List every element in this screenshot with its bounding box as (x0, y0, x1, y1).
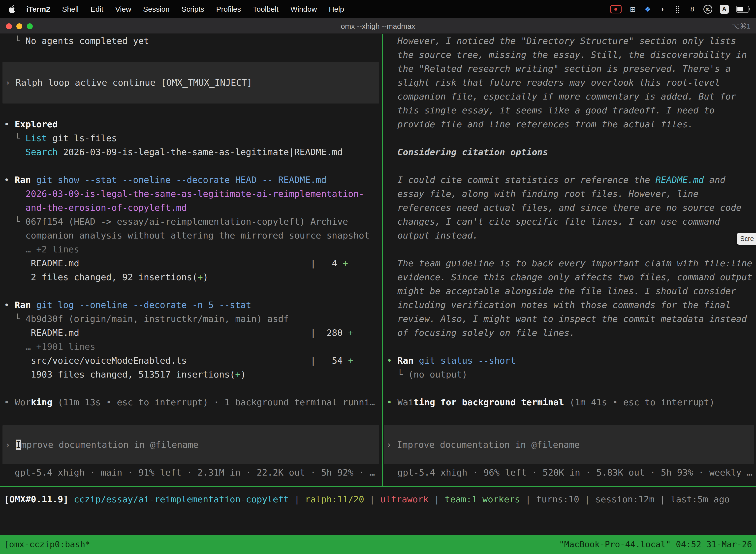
text-segment: team:1 workers (445, 494, 520, 504)
menu-item-edit[interactable]: Edit (84, 0, 109, 18)
terminal-line: companion analysis without altering the … (0, 229, 382, 242)
menu-item-profiles[interactable]: Profiles (210, 0, 247, 18)
battery-tip (749, 8, 750, 10)
text-segment: ralph:11/20 (305, 494, 364, 504)
text-segment: + (235, 369, 241, 380)
text-segment: › (5, 77, 16, 88)
text-segment: evidence. Since this change only affects… (387, 272, 752, 282)
window-manager-icon[interactable]: ⊞ (629, 5, 636, 13)
text-segment: • Wor (4, 397, 31, 407)
screen-share-tooltip[interactable]: Scre (737, 233, 756, 245)
screen-recording-indicator-icon[interactable] (610, 5, 622, 13)
text-segment: changes, I can't cite specific file line… (387, 216, 720, 227)
text-segment: essay file, along with finding root file… (387, 189, 698, 199)
terminal-line: However, I noticed the "Directory Struct… (383, 34, 756, 48)
text-segment: Improve documentation in @filename (397, 440, 580, 450)
text-segment: git status --short (419, 355, 516, 366)
pane-bottom-border (0, 486, 756, 487)
terminal-line (383, 131, 756, 145)
terminal-line: 1903 files changed, 513517 insertions(+) (0, 368, 382, 382)
terminal-line: slight risk that future readers may over… (383, 76, 756, 90)
tmux-session-window[interactable]: [omx-cczip0:bash* (4, 539, 90, 549)
text-segment: might be acceptable alongside the file l… (387, 286, 736, 296)
terminal-line: • Explored (0, 117, 382, 131)
gauge-value: 61 (706, 7, 710, 11)
menu-item-session[interactable]: Session (137, 0, 176, 18)
right-pane[interactable]: However, I noticed the "Directory Struct… (383, 34, 756, 486)
terminal-line: … +2 lines (0, 242, 382, 257)
terminal-line (383, 242, 756, 257)
menu-item-help[interactable]: Help (323, 0, 350, 18)
menu-item-view[interactable]: View (109, 0, 137, 18)
text-segment: ) (203, 272, 208, 282)
terminal-line: └ 4b9d30f (origin/main, instructkr/main,… (0, 312, 382, 326)
terminal-line: › Ralph loop active continue [OMX_TMUX_I… (2, 76, 379, 90)
gauge-icon[interactable]: 61 (703, 5, 712, 14)
text-segment: Explored (15, 119, 58, 129)
text-segment: cczip/essay/ai-reimplementation-copyleft (74, 494, 289, 504)
title-bar[interactable]: omx --xhigh --madmax ⌥⌘1 (0, 18, 756, 34)
right-prompt-input[interactable]: › Improve documentation in @filename (384, 425, 754, 464)
text-segment: Ran (15, 300, 31, 310)
app-grid-icon[interactable]: ⣿ (674, 5, 681, 13)
terminal-line: the source tree, missing the essay. Stil… (383, 48, 756, 62)
text-segment: I (16, 440, 21, 450)
text-segment: mprove documentation in @filename (21, 440, 198, 450)
terminal-line: Considering citation options (383, 145, 756, 159)
text-segment: List (25, 133, 47, 143)
text-segment (414, 355, 419, 366)
text-segment: the "Related research writing" section i… (387, 63, 731, 74)
terminal-line: › Improve documentation in @filename (2, 438, 379, 452)
text-segment: git show --stat --oneline --decorate HEA… (36, 175, 326, 185)
launcher-icon[interactable]: ❖ (644, 5, 651, 13)
terminal-line: changes, I can't cite specific file line… (383, 215, 756, 229)
window-title: omx --xhigh --madmax (0, 18, 756, 34)
menu-item-toolbelt[interactable]: Toolbelt (247, 0, 285, 18)
text-segment: ) (241, 369, 246, 380)
text-segment: • (4, 175, 15, 185)
text-segment: • (387, 355, 397, 366)
text-segment: + (197, 272, 203, 282)
left-pane-scrollback: └ No agents completed yet (0, 34, 382, 48)
menu-item-window[interactable]: Window (285, 0, 323, 18)
text-segment: | turns:10 | session:12m | last:5m ago (520, 494, 730, 504)
text-segment: companion file, especially if more comme… (387, 91, 736, 102)
text-segment: slight risk that future readers may over… (387, 77, 720, 88)
left-pane[interactable]: └ No agents completed yet › Ralph loop a… (0, 34, 382, 486)
text-segment: Ran (397, 355, 414, 366)
menu-item-shell[interactable]: Shell (56, 0, 84, 18)
left-status-line: gpt-5.4 xhigh · main · 91% left · 2.31M … (0, 466, 382, 480)
text-segment: review. Also, I might want to inspect th… (387, 314, 747, 324)
text-segment: README.md | 280 (4, 328, 348, 338)
text-segment: src/voice/voiceModeEnabled.ts | 54 (4, 355, 348, 366)
left-prompt-input[interactable]: › Improve documentation in @filename (2, 425, 379, 464)
input-source-icon[interactable]: A (720, 5, 729, 14)
terminal-line: README.md | 280 + (0, 326, 382, 340)
terminal-line: … +1901 lines (0, 340, 382, 354)
text-segment: README.md | 4 (4, 258, 342, 268)
text-segment: Search (25, 147, 58, 157)
text-segment: | (289, 494, 305, 504)
battery-icon[interactable] (736, 6, 749, 13)
text-segment: king (31, 397, 52, 407)
text-segment (68, 494, 74, 504)
disc-icon[interactable]: ◗ (659, 5, 666, 13)
apple-menu-icon[interactable] (8, 4, 17, 14)
text-segment: └ (4, 36, 25, 46)
stat-8-icon[interactable]: 8 (689, 5, 696, 13)
text-segment: provide file and line references from th… (387, 119, 693, 129)
text-segment: └ (no output) (387, 369, 467, 380)
text-segment: git log --oneline --decorate -n 5 --stat (36, 300, 251, 310)
menu-item-scripts[interactable]: Scripts (176, 0, 210, 18)
text-segment: • (387, 397, 397, 407)
tmux-host-clock: "MacBook-Pro-44.local" 04:52 31-Mar-26 (559, 539, 752, 549)
menu-item-iterm2[interactable]: iTerm2 (20, 0, 56, 18)
text-segment: Ran (15, 175, 31, 185)
text-segment: the source tree, missing the essay. Stil… (387, 50, 747, 60)
menu-bar-status-area: ⊞ ❖ ◗ ⣿ 8 61 A (610, 5, 749, 14)
terminal-line: of focusing solely on file lines. (383, 326, 756, 340)
text-segment (31, 300, 36, 310)
terminal-line (0, 382, 382, 395)
text-segment: └ 067f154 (HEAD -> essay/ai-reimplementa… (4, 216, 348, 227)
text-segment: + (348, 355, 354, 366)
